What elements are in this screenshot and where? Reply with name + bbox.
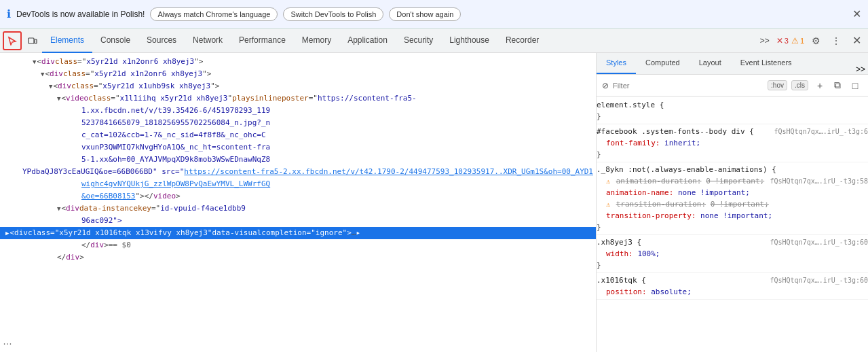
- dom-scroll[interactable]: ▼ <div class="x5yr21d x1n2onr6 xh8yej3">…: [0, 53, 596, 352]
- triangle-icon[interactable]: ▶: [5, 228, 9, 239]
- css-content[interactable]: element.style { } #facebook .system-font…: [597, 96, 868, 352]
- dom-line[interactable]: YPdbaQJ8Y3cEaUGIQ&oe=66B066BD" src="http…: [0, 166, 596, 178]
- warning-triangle: ⚠: [606, 177, 610, 185]
- css-rule-facebook: #facebook .system-fonts--body div { fQsH…: [597, 126, 868, 162]
- info-bar-close[interactable]: ✕: [852, 7, 861, 20]
- dom-line[interactable]: ▼ <div data-instancekey="id-vpuid-f4ace1…: [0, 203, 596, 215]
- warning-icon: ⚠: [791, 36, 799, 46]
- tab-bar: Elements Console Sources Network Perform…: [0, 29, 868, 53]
- tab-event-listeners[interactable]: Event Listeners: [731, 52, 801, 74]
- dom-line[interactable]: ▼ <div class="x5yr21d x1uhb9sk xh8yej3">: [0, 80, 596, 92]
- dont-show-button[interactable]: Don't show again: [389, 7, 461, 21]
- info-bar: ℹ DevTools is now available in Polish! A…: [0, 0, 868, 29]
- tab-console[interactable]: Console: [92, 29, 138, 53]
- error-icon: ✕: [776, 36, 783, 46]
- add-style-button[interactable]: +: [812, 78, 827, 93]
- expand-ellipsis-btn[interactable]: ▸: [356, 228, 360, 239]
- svg-rect-0: [29, 38, 34, 43]
- triangle-icon[interactable]: ▼: [57, 203, 60, 214]
- tab-security[interactable]: Security: [396, 29, 441, 53]
- tab-performance[interactable]: Performance: [231, 29, 294, 53]
- dom-line[interactable]: ▼ <video class="x1l1iihq x5yr21d xh8yej3…: [0, 92, 596, 105]
- style-tabs: Styles Computed Layout Event Listeners >…: [597, 53, 868, 75]
- triangle-icon[interactable]: ▼: [49, 81, 52, 92]
- triangle-icon[interactable]: ▼: [57, 93, 60, 104]
- warning-count: 1: [800, 37, 804, 45]
- dom-line[interactable]: ▼ <div class="x5yr21d x1n2onr6 xh8yej3">: [0, 68, 596, 80]
- info-text: DevTools is now available in Polish!: [16, 10, 145, 19]
- warning-triangle: ⚠: [606, 200, 610, 208]
- more-tabs-button[interactable]: >>: [756, 31, 774, 50]
- main-content: ▼ <div class="x5yr21d x1n2onr6 xh8yej3">…: [0, 53, 868, 352]
- error-count: 3: [785, 37, 789, 45]
- dom-line[interactable]: vxunP3QWMIQ7kNvgHYoA1Q&_nc_ht=scontent-f…: [0, 141, 596, 154]
- dom-line[interactable]: </div>: [0, 251, 596, 264]
- tab-bar-left: [3, 31, 42, 50]
- select-element-button[interactable]: [3, 31, 22, 50]
- tab-memory[interactable]: Memory: [294, 29, 339, 53]
- dom-line[interactable]: wighc4gvNYQUkjG_zzlWpOW8PvQaEwYMVL_LWWrf…: [0, 178, 596, 190]
- more-options-button[interactable]: ⋮: [827, 32, 845, 50]
- tab-layout[interactable]: Layout: [690, 52, 731, 74]
- tab-computed[interactable]: Computed: [636, 52, 690, 74]
- triangle-icon[interactable]: ▼: [33, 56, 36, 67]
- svg-rect-1: [35, 39, 37, 43]
- dom-line-selected[interactable]: ▶ <div class="x5yr21d x1016tqk x13vifvy …: [0, 227, 596, 239]
- dom-line[interactable]: 96ac092">: [0, 215, 596, 227]
- dom-line[interactable]: &oe=66B08153"></video>: [0, 190, 596, 203]
- filter-bar: ⊘ :hov .cls + ⧉ □: [597, 75, 868, 96]
- css-rule-element-style: element.style { }: [597, 99, 868, 124]
- tab-application[interactable]: Application: [339, 29, 396, 53]
- tab-sources[interactable]: Sources: [138, 29, 185, 53]
- tab-lighthouse[interactable]: Lighthouse: [441, 29, 497, 53]
- tab-recorder[interactable]: Recorder: [497, 29, 547, 53]
- settings-button[interactable]: ⚙: [807, 32, 825, 50]
- cls-button[interactable]: .cls: [791, 80, 808, 90]
- filter-icon: ⊘: [602, 81, 609, 90]
- right-panel: Styles Computed Layout Event Listeners >…: [597, 53, 868, 352]
- dom-line[interactable]: 1.xx.fbcdn.net/v/t39.35426-6/451978293_1…: [0, 105, 596, 117]
- tab-elements[interactable]: Elements: [42, 29, 92, 53]
- tab-network[interactable]: Network: [185, 29, 231, 53]
- device-toggle-button[interactable]: [23, 31, 42, 50]
- compute-style-button[interactable]: □: [848, 78, 863, 93]
- info-icon: ℹ: [7, 7, 11, 20]
- filter-input[interactable]: [613, 82, 763, 90]
- ellipsis-button[interactable]: …: [3, 336, 12, 347]
- css-rule-xh8yej3: .xh8yej3 { fQsHQtqn7qx….irU_-t3g:60 widt…: [597, 236, 868, 273]
- switch-language-button[interactable]: Switch DevTools to Polish: [283, 7, 383, 21]
- copy-style-button[interactable]: ⧉: [830, 78, 845, 93]
- css-rule-x1016tqk: .x1016tqk { fQsHQtqn7qx….irU_-t3g:60 pos…: [597, 275, 868, 300]
- warning-badge: ⚠ 1: [791, 36, 804, 46]
- match-language-button[interactable]: Always match Chrome's language: [150, 7, 278, 21]
- dom-line[interactable]: </div> == $0: [0, 239, 596, 251]
- dom-line[interactable]: 5237841665079_1818256955702256084_n.jpg?…: [0, 117, 596, 129]
- dom-panel: ▼ <div class="x5yr21d x1n2onr6 xh8yej3">…: [0, 53, 597, 352]
- css-rule-8ykn: ._8ykn :not(.always-enable-animations) {…: [597, 164, 868, 235]
- tab-styles[interactable]: Styles: [597, 52, 636, 74]
- dom-line[interactable]: 5-1.xx&oh=00_AYAJVMpqXD9k8mob3WSwEDnawNq…: [0, 154, 596, 166]
- filter-actions: + ⧉ □: [812, 78, 863, 93]
- dom-line[interactable]: c_cat=102&ccb=1-7&_nc_sid=4f8f8&_nc_ohc=…: [0, 129, 596, 141]
- hov-button[interactable]: :hov: [768, 80, 787, 90]
- more-style-tabs-button[interactable]: >>: [856, 65, 865, 74]
- devtools-close-button[interactable]: ✕: [848, 32, 865, 50]
- tab-bar-right: >> ✕ 3 ⚠ 1 ⚙ ⋮ ✕: [756, 31, 865, 50]
- error-badge: ✕ 3: [776, 36, 789, 46]
- dom-line[interactable]: ▼ <div class="x5yr21d x1n2onr6 xh8yej3">: [0, 56, 596, 68]
- triangle-icon[interactable]: ▼: [41, 69, 44, 80]
